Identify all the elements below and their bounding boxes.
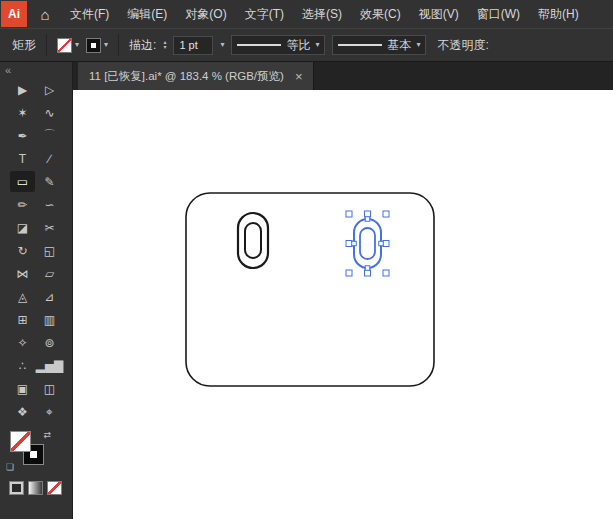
separator [46,34,47,56]
tab-close-icon[interactable]: × [295,70,303,83]
selection-handle[interactable] [346,241,352,247]
tools-panel: « ▶▷✶∿✒⌒T∕▭✎✏∽◪✂↻◱⋈▱◬⊿⊞▥✧⊚∴▂▅▇▣◫❖⌖ ⇄ ❏ [0,62,73,519]
separator [118,34,119,56]
magic-wand-tool[interactable]: ✶ [10,102,35,123]
stroke-profile-line-icon [237,44,281,46]
chevron-down-icon: ▾ [75,41,79,49]
stroke-swatch-icon [86,38,101,53]
brush-definition-dropdown[interactable]: 基本 ▾ [332,35,426,55]
pen-tool[interactable]: ✒ [10,125,35,146]
default-fill-stroke-icon[interactable]: ❏ [6,462,14,472]
anchor-point[interactable] [365,266,370,271]
gradient-tool[interactable]: ▥ [37,309,62,330]
collapse-panel-icon[interactable]: « [0,62,72,78]
selection-tool[interactable]: ▶ [10,79,35,100]
apply-color-buttons [9,481,72,495]
stroke-profile-dropdown[interactable]: 等比 ▾ [231,35,325,55]
hand-tool[interactable]: ❖ [10,401,35,422]
menubar-items: 文件(F)编辑(E)对象(O)文字(T)选择(S)效果(C)视图(V)窗口(W)… [61,0,588,28]
chevron-down-icon: ▾ [315,41,319,49]
zoom-tool[interactable]: ⌖ [37,401,62,422]
menu-object[interactable]: 对象(O) [176,0,235,28]
direct-selection-tool[interactable]: ▷ [37,79,62,100]
column-graph-tool[interactable]: ▂▅▇ [37,355,62,376]
fill-stroke-indicator: ⇄ ❏ [10,431,48,469]
pill-left-inner[interactable] [245,223,261,258]
menu-help[interactable]: 帮助(H) [529,0,588,28]
curvature-tool[interactable]: ⌒ [37,125,62,146]
menu-window[interactable]: 窗口(W) [468,0,529,28]
stroke-profile-label: 等比 [286,37,310,54]
document-tab-title: 11 [已恢复].ai* @ 183.4 % (RGB/预览) [89,69,284,84]
document-tab[interactable]: 11 [已恢复].ai* @ 183.4 % (RGB/预览) × [78,62,314,90]
selection-handle[interactable] [383,211,389,217]
home-icon[interactable]: ⌂ [29,0,61,28]
canvas-svg[interactable] [73,90,613,519]
menu-select[interactable]: 选择(S) [293,0,351,28]
rotate-tool[interactable]: ↻ [10,240,35,261]
pill-left-outer[interactable] [238,213,268,268]
perspective-grid-tool[interactable]: ⊿ [37,286,62,307]
options-bar: 矩形 ▾ ▾ 描边: ▴ ▾ 1 pt ▾ 等比 ▾ 基本 ▾ 不透明度: [0,28,613,62]
line-segment-tool[interactable]: ∕ [37,148,62,169]
anchor-point[interactable] [365,217,370,222]
pill-right-outer[interactable] [354,219,381,268]
pill-right-inner[interactable] [360,228,375,259]
document-tab-bar: 11 [已恢复].ai* @ 183.4 % (RGB/预览) × [73,62,613,90]
scissors-tool[interactable]: ✂ [37,217,62,238]
paintbrush-tool[interactable]: ✎ [37,171,62,192]
selection-handle[interactable] [346,270,352,276]
blend-tool[interactable]: ⊚ [37,332,62,353]
swap-fill-stroke-icon[interactable]: ⇄ [43,430,51,440]
stroke-weight-label: 描边: [129,37,156,54]
selection-handle[interactable] [383,270,389,276]
rounded-rectangle[interactable] [186,193,434,386]
rectangle-tool[interactable]: ▭ [10,171,35,192]
type-tool[interactable]: T [10,148,35,169]
chevron-down-icon: ▾ [416,41,420,49]
eraser-tool[interactable]: ◪ [10,217,35,238]
selection-handle[interactable] [365,211,371,217]
lasso-tool[interactable]: ∿ [37,102,62,123]
tools-grid: ▶▷✶∿✒⌒T∕▭✎✏∽◪✂↻◱⋈▱◬⊿⊞▥✧⊚∴▂▅▇▣◫❖⌖ [0,78,72,422]
fill-color-control[interactable]: ▾ [57,38,79,53]
chevron-down-icon[interactable]: ▾ [220,41,224,49]
selection-handle[interactable] [346,211,352,217]
width-tool[interactable]: ⋈ [10,263,35,284]
apply-none-button[interactable] [47,481,62,495]
fill-indicator[interactable] [10,431,31,452]
free-transform-tool[interactable]: ▱ [37,263,62,284]
menu-type[interactable]: 文字(T) [236,0,293,28]
fill-none-swatch-icon [57,38,72,53]
menu-edit[interactable]: 编辑(E) [118,0,176,28]
shaper-tool[interactable]: ∽ [37,194,62,215]
artboard-tool[interactable]: ▣ [10,378,35,399]
scale-tool[interactable]: ◱ [37,240,62,261]
eyedropper-tool[interactable]: ✧ [10,332,35,353]
active-tool-label: 矩形 [12,37,36,54]
app-logo-icon: Ai [1,1,27,27]
anchor-point[interactable] [352,241,357,246]
menu-file[interactable]: 文件(F) [61,0,118,28]
anchor-point[interactable] [379,241,384,246]
selection-handle[interactable] [365,270,371,276]
stroke-color-control[interactable]: ▾ [86,38,108,53]
selection-handle[interactable] [383,241,389,247]
slice-tool[interactable]: ◫ [37,378,62,399]
step-down-icon[interactable]: ▾ [163,45,166,50]
pencil-tool[interactable]: ✏ [10,194,35,215]
menu-effect[interactable]: 效果(C) [351,0,410,28]
canvas-area[interactable] [73,90,613,519]
shape-builder-tool[interactable]: ◬ [10,286,35,307]
chevron-down-icon: ▾ [104,41,108,49]
menu-view[interactable]: 视图(V) [410,0,468,28]
stroke-weight-stepper[interactable]: ▴ ▾ [163,40,166,50]
apply-color-button[interactable] [9,481,24,495]
mesh-tool[interactable]: ⊞ [10,309,35,330]
stroke-weight-input[interactable]: 1 pt [173,36,213,55]
menubar: Ai ⌂ 文件(F)编辑(E)对象(O)文字(T)选择(S)效果(C)视图(V)… [0,0,613,28]
opacity-label: 不透明度: [437,37,488,54]
illustrator-window: Ai ⌂ 文件(F)编辑(E)对象(O)文字(T)选择(S)效果(C)视图(V)… [0,0,613,519]
symbol-sprayer-tool[interactable]: ∴ [10,355,35,376]
apply-gradient-button[interactable] [28,481,43,495]
